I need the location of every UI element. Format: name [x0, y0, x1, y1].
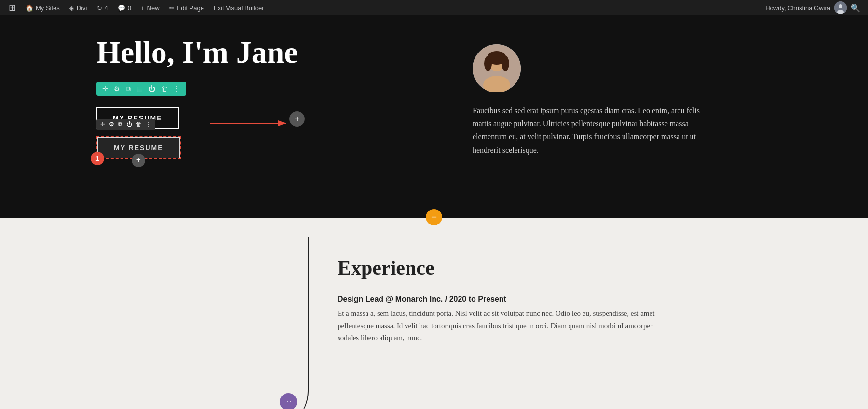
hero-section: Hello, I'm Jane ✛ ⚙ ⧉ ▦ ⏻ 🗑 ⋮ MY RESUME …	[0, 15, 868, 218]
add-circle-orange[interactable]: +	[426, 209, 442, 225]
admin-bar: ⊞ 🏠 My Sites ◈ Divi ↻ 4 💬 0 + New ✏ Edit…	[0, 0, 868, 15]
button-module-area: MY RESUME + ✛	[96, 107, 453, 129]
experience-panel: Experience Design Lead @ Monarch Inc. / …	[309, 237, 868, 409]
edit-page-btn[interactable]: ✏ Edit Page	[164, 0, 209, 15]
duplicate-icon-sm[interactable]: ⧉	[118, 121, 122, 128]
power-icon-sm[interactable]: ⏻	[126, 121, 132, 128]
duplicate-icon[interactable]: ⧉	[126, 85, 131, 93]
more-icon-sm[interactable]: ⋮	[146, 121, 151, 128]
section-module-toolbar[interactable]: ✛ ⚙ ⧉ ▦ ⏻ 🗑 ⋮	[96, 82, 186, 96]
sites-icon: 🏠	[26, 4, 33, 12]
hero-description: Faucibus sed sed erat ipsum purus egesta…	[473, 104, 714, 157]
avatar-image	[473, 44, 521, 92]
admin-user-area: Howdy, Christina Gwira 🔍	[765, 1, 864, 14]
add-circle-gray[interactable]: +	[289, 111, 305, 127]
job-title: Design Lead @ Monarch Inc. / 2020 to Pre…	[338, 295, 829, 303]
purple-more-btn[interactable]: ···	[280, 393, 297, 409]
add-inner-btn[interactable]: +	[132, 154, 145, 167]
add-column-btn[interactable]: +	[289, 111, 305, 127]
hero-title: Hello, I'm Jane	[96, 35, 453, 70]
selected-module-wrapper: ✛ ⚙ ⧉ ⏻ 🗑 ⋮ MY RESUME 1 +	[96, 136, 181, 159]
admin-avatar[interactable]	[834, 1, 847, 14]
profile-avatar	[473, 44, 521, 92]
search-icon[interactable]: 🔍	[851, 3, 860, 13]
updates-menu[interactable]: ↻ 4	[92, 0, 113, 15]
wp-icon: ⊞	[9, 2, 16, 13]
hero-left-column: Hello, I'm Jane ✛ ⚙ ⧉ ▦ ⏻ 🗑 ⋮ MY RESUME …	[96, 35, 453, 189]
edit-icon: ✏	[169, 4, 175, 12]
delete-icon-sm[interactable]: 🗑	[136, 121, 142, 128]
updates-icon: ↻	[97, 4, 102, 12]
module-count-badge: 1	[91, 152, 104, 165]
more-options-btn[interactable]: ···	[280, 393, 297, 409]
add-circle-inner[interactable]: +	[132, 154, 145, 167]
ellipsis-icon: ···	[284, 397, 293, 406]
move-icon-sm[interactable]: ✛	[100, 121, 105, 128]
left-decorative-panel	[0, 237, 309, 409]
light-section: Experience Design Lead @ Monarch Inc. / …	[0, 218, 868, 409]
wp-logo[interactable]: ⊞	[4, 0, 21, 15]
svg-point-9	[484, 56, 492, 71]
power-icon[interactable]: ⏻	[149, 85, 155, 93]
button-module-selected[interactable]: MY RESUME 1 +	[96, 136, 181, 159]
exit-builder-btn[interactable]: Exit Visual Builder	[209, 0, 269, 15]
add-module-icon[interactable]: ✛	[102, 85, 108, 93]
plus-icon: +	[141, 4, 145, 12]
module-toolbar-small[interactable]: ✛ ⚙ ⧉ ⏻ 🗑 ⋮	[96, 119, 155, 130]
grid-icon[interactable]: ▦	[136, 85, 143, 93]
my-sites-menu[interactable]: 🏠 My Sites	[21, 0, 65, 15]
divi-menu[interactable]: ◈ Divi	[65, 0, 92, 15]
comments-icon: 💬	[118, 4, 125, 12]
new-menu[interactable]: + New	[136, 0, 164, 15]
more-icon[interactable]: ⋮	[174, 85, 180, 93]
svg-point-10	[502, 56, 509, 71]
red-arrow-indicator	[210, 116, 292, 131]
settings-icon-sm[interactable]: ⚙	[109, 121, 114, 128]
settings-icon[interactable]: ⚙	[114, 85, 120, 93]
experience-title: Experience	[338, 256, 829, 279]
delete-icon[interactable]: 🗑	[161, 85, 168, 93]
job-description: Et a massa a, sem lacus, tincidunt porta…	[338, 307, 665, 344]
curve-border	[0, 237, 309, 409]
hero-right-column: Faucibus sed sed erat ipsum purus egesta…	[473, 35, 829, 189]
svg-point-1	[839, 4, 842, 8]
divi-icon: ◈	[69, 4, 74, 12]
comments-menu[interactable]: 💬 0	[113, 0, 136, 15]
add-section-btn[interactable]: +	[426, 209, 442, 225]
page-wrapper: Hello, I'm Jane ✛ ⚙ ⧉ ▦ ⏻ 🗑 ⋮ MY RESUME …	[0, 15, 868, 409]
